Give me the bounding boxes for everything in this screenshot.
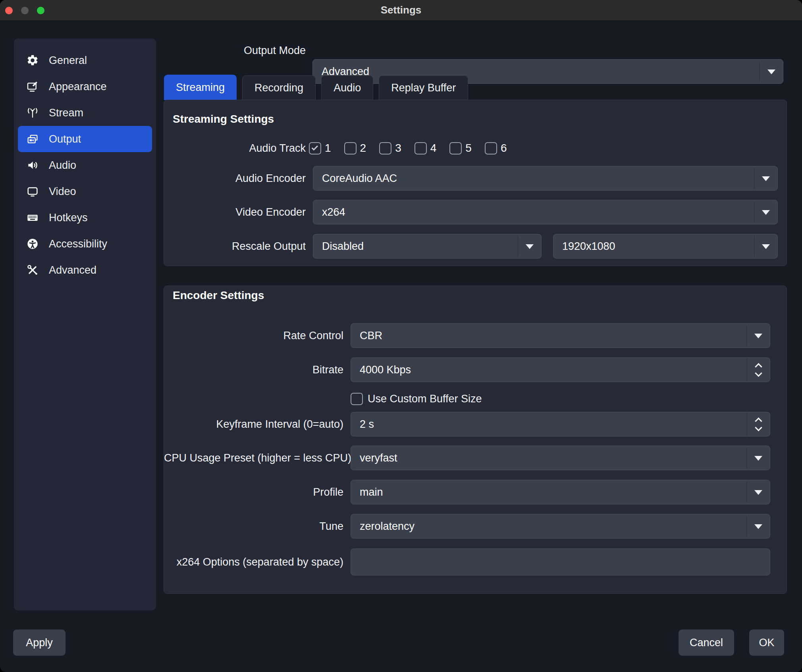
- settings-sidebar: General Appearance Stream Output Audio: [14, 39, 156, 610]
- x264-options-input[interactable]: [351, 548, 770, 575]
- antenna-icon: [26, 106, 39, 120]
- video-encoder-value: x264: [322, 206, 345, 218]
- bitrate-row: Bitrate 4000 Kbps: [164, 357, 787, 382]
- profile-row: Profile main: [164, 480, 787, 504]
- apply-button[interactable]: Apply: [13, 630, 66, 656]
- keyframe-interval-spinner[interactable]: 2 s: [351, 412, 770, 436]
- x264-options-row: x264 Options (separated by space): [164, 548, 787, 575]
- sidebar-item-appearance[interactable]: Appearance: [18, 73, 152, 100]
- spin-down-icon[interactable]: [755, 369, 762, 377]
- rescale-output-label: Rescale Output: [164, 240, 306, 253]
- audio-track-checkboxes: 1 2 3 4 5 6: [309, 142, 507, 154]
- rescale-resolution-dropdown[interactable]: 1920x1080: [553, 234, 778, 259]
- x264-options-label: x264 Options (separated by space): [164, 556, 343, 568]
- chevron-down-icon: [767, 70, 775, 74]
- profile-dropdown[interactable]: main: [351, 480, 770, 504]
- audio-track-5-checkbox[interactable]: 5: [449, 142, 472, 154]
- ok-button[interactable]: OK: [749, 630, 784, 656]
- encoder-settings-title: Encoder Settings: [173, 289, 264, 302]
- bitrate-label: Bitrate: [164, 364, 343, 376]
- tab-streaming[interactable]: Streaming: [164, 75, 237, 100]
- audio-track-1-checkbox[interactable]: 1: [309, 142, 331, 154]
- tune-dropdown[interactable]: zerolatency: [351, 514, 770, 539]
- appearance-icon: [26, 80, 39, 93]
- video-encoder-label: Video Encoder: [164, 206, 306, 218]
- rescale-output-dropdown[interactable]: Disabled: [313, 234, 542, 259]
- audio-track-row: Audio Track 1 2 3 4 5 6: [164, 138, 787, 158]
- profile-label: Profile: [164, 486, 343, 498]
- use-custom-buffer-label: Use Custom Buffer Size: [368, 393, 482, 405]
- cpu-preset-row: CPU Usage Preset (higher = less CPU) ver…: [164, 446, 787, 470]
- bitrate-spinner[interactable]: 4000 Kbps: [351, 357, 770, 382]
- accessibility-icon: [26, 237, 39, 251]
- sidebar-item-accessibility[interactable]: Accessibility: [18, 231, 152, 257]
- tune-row: Tune zerolatency: [164, 514, 787, 539]
- sidebar-item-label: Output: [49, 133, 81, 145]
- cpu-preset-label: CPU Usage Preset (higher = less CPU): [164, 452, 343, 464]
- use-custom-buffer-checkbox[interactable]: [351, 393, 363, 405]
- output-tabs: Streaming Recording Audio Replay Buffer: [164, 75, 468, 100]
- tune-value: zerolatency: [360, 520, 414, 533]
- chevron-down-icon: [754, 334, 762, 338]
- duplicate-display-icon: [26, 132, 39, 146]
- rate-control-row: Rate Control CBR: [164, 323, 787, 348]
- sidebar-item-stream[interactable]: Stream: [18, 100, 152, 126]
- tune-label: Tune: [164, 520, 343, 533]
- speaker-icon: [26, 158, 39, 172]
- minimize-window-icon: [21, 7, 29, 14]
- sidebar-item-audio[interactable]: Audio: [18, 152, 152, 178]
- zoom-window-icon[interactable]: [37, 7, 44, 14]
- audio-track-2-checkbox[interactable]: 2: [344, 142, 366, 154]
- sidebar-item-video[interactable]: Video: [18, 178, 152, 205]
- cancel-button[interactable]: Cancel: [679, 630, 734, 656]
- sidebar-item-advanced[interactable]: Advanced: [18, 257, 152, 283]
- sidebar-item-label: General: [49, 54, 87, 67]
- video-encoder-row: Video Encoder x264: [164, 200, 787, 224]
- close-window-icon[interactable]: [5, 7, 13, 14]
- check-icon: [312, 144, 318, 151]
- tools-icon: [26, 263, 39, 277]
- tab-audio[interactable]: Audio: [321, 75, 373, 100]
- rate-control-dropdown[interactable]: CBR: [351, 323, 770, 348]
- tab-recording[interactable]: Recording: [242, 75, 316, 100]
- sidebar-item-hotkeys[interactable]: Hotkeys: [18, 205, 152, 231]
- audio-encoder-dropdown[interactable]: CoreAudio AAC: [313, 166, 778, 191]
- sidebar-item-general[interactable]: General: [18, 47, 152, 73]
- keyboard-icon: [26, 211, 39, 224]
- cpu-preset-value: veryfast: [360, 452, 397, 464]
- sidebar-item-label: Advanced: [49, 264, 96, 276]
- chevron-down-icon: [754, 524, 762, 529]
- keyframe-interval-row: Keyframe Interval (0=auto) 2 s: [164, 412, 787, 436]
- spin-down-icon[interactable]: [755, 424, 762, 431]
- chevron-down-icon: [762, 244, 770, 249]
- rate-control-value: CBR: [360, 330, 382, 342]
- profile-value: main: [360, 486, 383, 498]
- output-mode-label: Output Mode: [244, 44, 306, 57]
- custom-buffer-row: Use Custom Buffer Size: [164, 391, 787, 407]
- audio-track-4-checkbox[interactable]: 4: [414, 142, 437, 154]
- cpu-preset-dropdown[interactable]: veryfast: [351, 446, 770, 470]
- chevron-down-icon: [754, 490, 762, 495]
- audio-track-3-checkbox[interactable]: 3: [379, 142, 401, 154]
- sidebar-item-label: Video: [49, 185, 76, 198]
- chevron-down-icon: [754, 456, 762, 461]
- sidebar-item-label: Accessibility: [49, 238, 107, 250]
- rescale-output-row: Rescale Output Disabled 1920x1080: [164, 234, 787, 259]
- sidebar-item-output[interactable]: Output: [18, 126, 152, 152]
- monitor-icon: [26, 185, 39, 198]
- bitrate-value: 4000 Kbps: [360, 364, 411, 376]
- spin-up-icon[interactable]: [755, 363, 762, 370]
- sidebar-item-label: Hotkeys: [49, 212, 88, 224]
- settings-window: Settings General Appearance Stream Outp: [0, 0, 802, 672]
- audio-track-6-checkbox[interactable]: 6: [485, 142, 507, 154]
- streaming-settings-title: Streaming Settings: [173, 113, 274, 126]
- sidebar-item-label: Stream: [49, 107, 83, 119]
- chevron-down-icon: [762, 210, 770, 215]
- video-encoder-dropdown[interactable]: x264: [313, 200, 778, 224]
- streaming-settings-panel: Streaming Settings Audio Track 1 2 3 4 5…: [164, 100, 787, 266]
- tab-replay-buffer[interactable]: Replay Buffer: [379, 75, 468, 100]
- rate-control-label: Rate Control: [164, 330, 343, 342]
- audio-encoder-row: Audio Encoder CoreAudio AAC: [164, 166, 787, 191]
- keyframe-interval-label: Keyframe Interval (0=auto): [164, 418, 343, 431]
- spin-up-icon[interactable]: [755, 417, 762, 425]
